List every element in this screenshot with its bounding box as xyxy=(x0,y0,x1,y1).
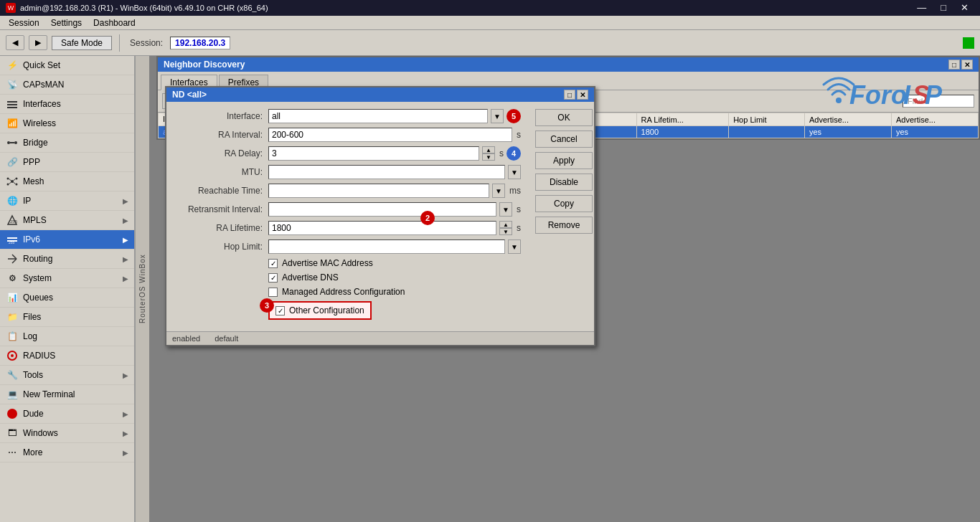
interfaces-icon xyxy=(6,98,19,110)
ok-button[interactable]: OK xyxy=(535,109,593,126)
sidebar: ⚡ Quick Set 📡 CAPsMAN Interfaces 📶 Wirel… xyxy=(0,56,135,522)
radius-icon xyxy=(6,349,19,362)
hop-limit-row: Hop Limit: ▼ xyxy=(175,239,521,254)
sidebar-item-quick-set[interactable]: ⚡ Quick Set xyxy=(0,56,134,75)
reachable-label: Reachable Time: xyxy=(175,186,268,196)
sidebar-label-ppp: PPP xyxy=(23,157,128,167)
ra-interval-input[interactable] xyxy=(268,128,512,142)
svg-point-10 xyxy=(16,184,18,186)
other-config-checkbox[interactable] xyxy=(275,306,285,315)
routing-arrow-icon: ▶ xyxy=(123,255,128,263)
col-ra-lifetime: RA Lifetim... xyxy=(636,113,729,126)
title-bar-left: W admin@192.168.20.3 (R1) - WinBox (64bi… xyxy=(6,3,268,13)
nd-dialog: ND <all> □ ✕ Interface: xyxy=(165,86,595,346)
sidebar-item-tools[interactable]: 🔧 Tools ▶ xyxy=(0,366,134,385)
cancel-button[interactable]: Cancel xyxy=(535,130,593,148)
badge-2-container: 2 xyxy=(420,211,435,225)
sidebar-item-ip[interactable]: 🌐 IP ▶ xyxy=(0,191,134,211)
mtu-label: MTU: xyxy=(175,167,268,177)
back-button[interactable]: ◀ xyxy=(6,35,24,50)
retransmit-dropdown-button[interactable]: ▼ xyxy=(499,202,512,217)
advertise-dns-checkbox[interactable] xyxy=(268,273,278,283)
ra-delay-input[interactable] xyxy=(268,146,479,161)
session-value: 192.168.20.3 xyxy=(170,37,230,49)
ra-delay-up-button[interactable]: ▲ xyxy=(482,146,495,153)
mtu-dropdown-button[interactable]: ▼ xyxy=(508,165,521,179)
sidebar-item-log[interactable]: 📋 Log xyxy=(0,327,134,346)
reachable-unit: ms xyxy=(509,186,521,196)
svg-point-9 xyxy=(7,184,9,186)
sidebar-item-dude[interactable]: Dude ▶ xyxy=(0,404,134,424)
advertise-mac-label: Advertise MAC Address xyxy=(282,258,373,268)
svg-point-27 xyxy=(836,98,842,103)
copy-button[interactable]: Copy xyxy=(535,195,593,212)
ra-delay-down-button[interactable]: ▼ xyxy=(482,153,495,161)
maximize-button[interactable]: □ xyxy=(935,0,952,16)
sidebar-item-ppp[interactable]: 🔗 PPP xyxy=(0,153,134,172)
ra-lifetime-input[interactable] xyxy=(268,221,496,235)
svg-line-14 xyxy=(14,182,16,184)
advertise-mac-checkbox[interactable] xyxy=(268,259,278,268)
sidebar-item-system[interactable]: ⚙ System ▶ xyxy=(0,269,134,288)
sidebar-item-mpls[interactable]: 255 MPLS ▶ xyxy=(0,211,134,230)
interface-row: Interface: ▼ 5 xyxy=(175,109,521,123)
remove-button[interactable]: Remove xyxy=(535,217,593,234)
sidebar-item-new-terminal[interactable]: 💻 New Terminal xyxy=(0,385,134,404)
nd-dialog-restore-button[interactable]: □ xyxy=(564,90,575,100)
svg-rect-0 xyxy=(7,101,17,103)
forward-button[interactable]: ▶ xyxy=(29,35,47,50)
interface-dropdown-button[interactable]: ▼ xyxy=(491,109,504,123)
retransmit-input[interactable] xyxy=(268,202,496,217)
ipv6-icon: 255 xyxy=(6,233,19,246)
reachable-dropdown-button[interactable]: ▼ xyxy=(492,184,505,198)
svg-point-3 xyxy=(7,141,10,144)
sidebar-item-ipv6[interactable]: 255 IPv6 ▶ xyxy=(0,230,134,250)
sidebar-item-radius[interactable]: RADIUS xyxy=(0,346,134,366)
nd-close-button[interactable]: ✕ xyxy=(961,60,973,70)
windows-arrow-icon: ▶ xyxy=(123,430,128,437)
sidebar-item-files[interactable]: 📁 Files xyxy=(0,308,134,327)
hop-limit-dropdown-button[interactable]: ▼ xyxy=(508,239,521,254)
svg-point-24 xyxy=(11,354,14,357)
menu-settings[interactable]: Settings xyxy=(45,17,88,29)
sidebar-item-wireless[interactable]: 📶 Wireless xyxy=(0,114,134,133)
menu-session[interactable]: Session xyxy=(3,17,45,29)
ra-lifetime-down-button[interactable]: ▼ xyxy=(499,228,512,235)
disable-button[interactable]: Disable xyxy=(535,174,593,191)
quick-set-icon: ⚡ xyxy=(6,59,19,72)
interface-input[interactable] xyxy=(268,109,488,123)
routeros-label: RouterOS WinBox xyxy=(135,56,149,522)
hop-limit-input[interactable] xyxy=(268,239,505,254)
sidebar-item-windows[interactable]: 🗔 Windows ▶ xyxy=(0,424,134,443)
ra-lifetime-up-button[interactable]: ▲ xyxy=(499,221,512,228)
minimize-button[interactable]: — xyxy=(911,0,932,16)
hop-limit-label: Hop Limit: xyxy=(175,242,268,252)
nd-dialog-body: Interface: ▼ 5 RA Interval: xyxy=(166,102,594,331)
ra-interval-row: RA Interval: s xyxy=(175,128,521,142)
apply-button[interactable]: Apply xyxy=(535,152,593,169)
sidebar-item-interfaces[interactable]: Interfaces xyxy=(0,95,134,114)
mtu-input[interactable] xyxy=(268,165,505,179)
tools-icon: 🔧 xyxy=(6,369,19,381)
safe-mode-button[interactable]: Safe Mode xyxy=(52,36,112,50)
cell-advertise1: yes xyxy=(804,126,891,138)
sidebar-item-more[interactable]: ⋯ More ▶ xyxy=(0,443,134,462)
files-icon: 📁 xyxy=(6,310,19,323)
sidebar-item-routing[interactable]: Routing ▶ xyxy=(0,250,134,269)
nd-restore-button[interactable]: □ xyxy=(948,60,960,70)
sidebar-item-bridge[interactable]: Bridge xyxy=(0,133,134,153)
menu-dashboard[interactable]: Dashboard xyxy=(88,17,141,29)
sidebar-item-mesh[interactable]: Mesh xyxy=(0,172,134,191)
ip-arrow-icon: ▶ xyxy=(123,197,128,205)
nd-dialog-close-button[interactable]: ✕ xyxy=(577,90,588,100)
nd-dialog-title: ND <all> □ ✕ xyxy=(166,87,594,102)
managed-address-checkbox[interactable] xyxy=(268,288,278,297)
reachable-input[interactable] xyxy=(268,184,489,198)
sidebar-item-capsman[interactable]: 📡 CAPsMAN xyxy=(0,75,134,95)
nd-title: Neighbor Discovery xyxy=(164,60,245,70)
sidebar-item-queues[interactable]: 📊 Queues xyxy=(0,288,134,308)
bridge-icon xyxy=(6,136,19,149)
retransmit-unit: s xyxy=(517,204,521,214)
close-button[interactable]: ✕ xyxy=(955,0,974,16)
forward-icon: ▶ xyxy=(35,38,41,47)
